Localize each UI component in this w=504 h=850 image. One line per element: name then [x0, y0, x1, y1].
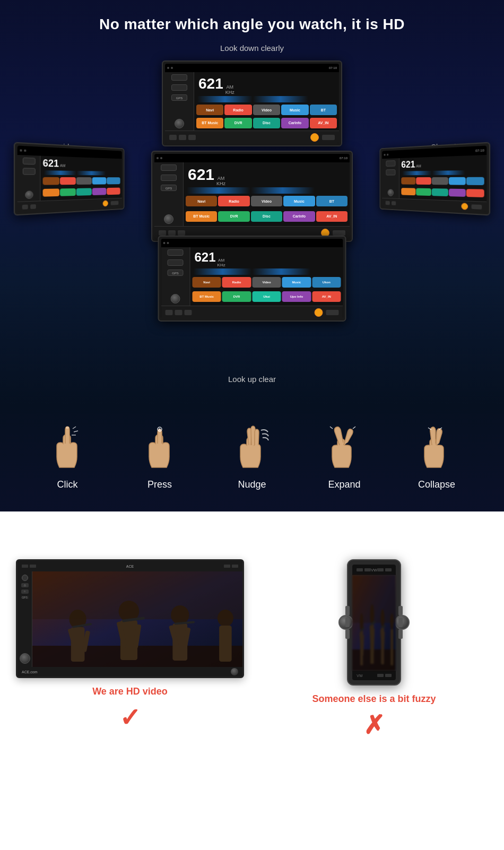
label-look-down: Look down clearly — [11, 44, 493, 53]
svg-line-1 — [73, 427, 76, 429]
device-center-mid: 07:10 GPS 621 AMKHz — [151, 151, 353, 242]
svg-point-49 — [390, 613, 394, 630]
gestures-section: Click Press — [0, 405, 504, 511]
svg-rect-30 — [219, 626, 232, 662]
svg-point-24 — [171, 605, 189, 625]
vw-side-buttons-right — [398, 606, 403, 639]
device-top: 07:10 GPS 621 AMKHz — [162, 60, 342, 146]
hd-device-frame: ACE △ ○ GPS — [16, 559, 244, 678]
comparison-section: ACE △ ○ GPS — [0, 511, 504, 759]
svg-point-44 — [381, 609, 385, 628]
device-right: 07:10 621 AM — [380, 142, 491, 215]
main-title: No matter which angle you watch, it is H… — [11, 16, 493, 33]
label-look-up: Look up clear — [11, 375, 493, 384]
devices-container: 07:10 GPS 621 AMKHz — [11, 60, 493, 368]
fuzzy-label: Someone else is a bit fuzzy — [312, 693, 436, 705]
gesture-click: Click — [44, 421, 91, 490]
press-icon — [136, 421, 184, 474]
click-icon — [44, 421, 91, 474]
hd-label: We are HD video — [92, 686, 168, 697]
gesture-press: Press — [136, 421, 184, 490]
checkmark-icon: ✓ — [119, 705, 141, 731]
crossmark-icon: ✗ — [363, 713, 385, 738]
press-label: Press — [147, 479, 172, 490]
gesture-expand: Expand — [320, 421, 368, 490]
expand-label: Expand — [328, 479, 360, 490]
svg-point-29 — [218, 610, 233, 627]
collapse-label: Collapse — [418, 479, 455, 490]
expand-icon — [320, 421, 368, 474]
vw-device-wrapper: VW — [331, 559, 416, 686]
svg-line-2 — [74, 431, 78, 432]
device-left: 621 AM — [14, 142, 125, 215]
comparison-fuzzy: VW — [260, 559, 488, 738]
comparison-hd: ACE △ ○ GPS — [16, 559, 244, 731]
svg-line-7 — [330, 427, 333, 429]
svg-point-6 — [159, 428, 161, 430]
comparison-row: ACE △ ○ GPS — [16, 559, 488, 738]
svg-rect-50 — [391, 629, 394, 665]
svg-point-0 — [66, 427, 69, 429]
vw-frame: VW — [347, 559, 401, 686]
click-label: Click — [57, 479, 78, 490]
gestures-row: Click Press — [11, 421, 493, 490]
device-bottom: GPS 621 AMKHz Navi Radio — [158, 236, 346, 322]
nudge-label: Nudge — [238, 479, 266, 490]
gesture-nudge: Nudge — [228, 421, 276, 490]
vw-side-buttons-left — [345, 606, 350, 639]
hd-section: No matter which angle you watch, it is H… — [0, 0, 504, 405]
collapse-icon — [413, 421, 460, 474]
nudge-icon — [228, 421, 276, 474]
svg-line-8 — [353, 427, 355, 429]
gesture-collapse: Collapse — [413, 421, 460, 490]
